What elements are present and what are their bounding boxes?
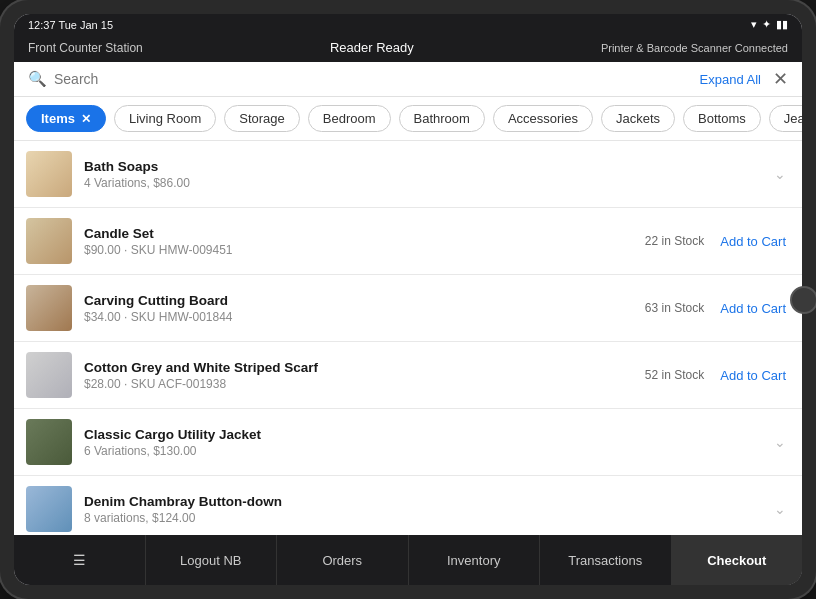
product-item-carving-cutting-board: Carving Cutting Board $34.00 · SKU HMW-0… xyxy=(14,275,802,342)
nav-item-inventory[interactable]: Inventory xyxy=(409,535,541,585)
product-info-cargo-jacket: Classic Cargo Utility Jacket 6 Variation… xyxy=(84,427,758,458)
add-to-cart-carving-cutting-board[interactable]: Add to Cart xyxy=(720,301,786,316)
nav-item-logout[interactable]: Logout NB xyxy=(146,535,278,585)
product-right-bath-soaps: ⌄ xyxy=(770,166,786,182)
filter-tab-bottoms[interactable]: Bottoms xyxy=(683,105,761,132)
product-name-cargo-jacket: Classic Cargo Utility Jacket xyxy=(84,427,758,442)
hamburger-icon: ☰ xyxy=(73,552,86,568)
product-item-bath-soaps[interactable]: Bath Soaps 4 Variations, $86.00 ⌄ xyxy=(14,141,802,208)
tablet-screen: 12:37 Tue Jan 15 ▾ ✦ ▮▮ Front Counter St… xyxy=(14,14,802,585)
bluetooth-icon: ✦ xyxy=(762,18,771,31)
product-item-candle-set: Candle Set $90.00 · SKU HMW-009451 22 in… xyxy=(14,208,802,275)
filter-tab-bottoms-label: Bottoms xyxy=(698,111,746,126)
chevron-down-icon-denim-chambray: ⌄ xyxy=(774,501,786,517)
product-name-denim-chambray: Denim Chambray Button-down xyxy=(84,494,758,509)
filter-tab-accessories[interactable]: Accessories xyxy=(493,105,593,132)
stock-label-scarf: 52 in Stock xyxy=(645,368,704,382)
product-info-denim-chambray: Denim Chambray Button-down 8 variations,… xyxy=(84,494,758,525)
filter-tab-living-room-label: Living Room xyxy=(129,111,201,126)
expand-all-button[interactable]: Expand All xyxy=(700,72,761,87)
wifi-icon: ▾ xyxy=(751,18,757,31)
battery-icon: ▮▮ xyxy=(776,18,788,31)
nav-checkout-label: Checkout xyxy=(707,553,766,568)
search-bar: 🔍 Expand All ✕ xyxy=(14,62,802,97)
product-sub-scarf: $28.00 · SKU ACF-001938 xyxy=(84,377,633,391)
product-sub-carving-cutting-board: $34.00 · SKU HMW-001844 xyxy=(84,310,633,324)
filter-tab-bathroom[interactable]: Bathroom xyxy=(399,105,485,132)
filter-tab-accessories-label: Accessories xyxy=(508,111,578,126)
filter-tabs: Items ✕ Living Room Storage Bedroom Bath… xyxy=(14,97,802,141)
product-right-cargo-jacket: ⌄ xyxy=(770,434,786,450)
product-name-bath-soaps: Bath Soaps xyxy=(84,159,758,174)
product-sub-candle-set: $90.00 · SKU HMW-009451 xyxy=(84,243,633,257)
filter-tab-living-room[interactable]: Living Room xyxy=(114,105,216,132)
product-sub-cargo-jacket: 6 Variations, $130.00 xyxy=(84,444,758,458)
filter-tab-jeans[interactable]: Jeans xyxy=(769,105,802,132)
product-thumb-denim-chambray xyxy=(26,486,72,532)
stock-label-carving-cutting-board: 63 in Stock xyxy=(645,301,704,315)
product-info-bath-soaps: Bath Soaps 4 Variations, $86.00 xyxy=(84,159,758,190)
nav-inventory-label: Inventory xyxy=(447,553,500,568)
product-name-scarf: Cotton Grey and White Striped Scarf xyxy=(84,360,633,375)
product-thumb-scarf xyxy=(26,352,72,398)
product-thumb-cargo-jacket xyxy=(26,419,72,465)
chevron-down-icon-bath-soaps: ⌄ xyxy=(774,166,786,182)
printer-status: Printer & Barcode Scanner Connected xyxy=(601,42,788,54)
nav-item-menu[interactable]: ☰ xyxy=(14,535,146,585)
filter-tab-bathroom-label: Bathroom xyxy=(414,111,470,126)
product-info-candle-set: Candle Set $90.00 · SKU HMW-009451 xyxy=(84,226,633,257)
nav-logout-label: Logout NB xyxy=(180,553,241,568)
filter-tab-bedroom[interactable]: Bedroom xyxy=(308,105,391,132)
product-right-denim-chambray: ⌄ xyxy=(770,501,786,517)
nav-transactions-label: Transactions xyxy=(568,553,642,568)
product-sub-bath-soaps: 4 Variations, $86.00 xyxy=(84,176,758,190)
app-header: Front Counter Station Reader Ready Print… xyxy=(14,35,802,62)
filter-tab-storage-label: Storage xyxy=(239,111,285,126)
product-right-carving-cutting-board: 63 in Stock Add to Cart xyxy=(645,301,786,316)
nav-orders-label: Orders xyxy=(322,553,362,568)
product-right-scarf: 52 in Stock Add to Cart xyxy=(645,368,786,383)
nav-item-transactions[interactable]: Transactions xyxy=(540,535,672,585)
search-bar-actions: Expand All ✕ xyxy=(700,70,788,88)
product-info-scarf: Cotton Grey and White Striped Scarf $28.… xyxy=(84,360,633,391)
product-thumb-bath-soaps xyxy=(26,151,72,197)
product-list: Bath Soaps 4 Variations, $86.00 ⌄ Candle… xyxy=(14,141,802,535)
search-input-wrap: 🔍 xyxy=(28,70,700,88)
product-thumb-carving-cutting-board xyxy=(26,285,72,331)
product-thumb-candle-set xyxy=(26,218,72,264)
product-item-denim-chambray[interactable]: Denim Chambray Button-down 8 variations,… xyxy=(14,476,802,535)
station-label: Front Counter Station xyxy=(28,41,143,55)
filter-tab-bedroom-label: Bedroom xyxy=(323,111,376,126)
add-to-cart-candle-set[interactable]: Add to Cart xyxy=(720,234,786,249)
product-name-candle-set: Candle Set xyxy=(84,226,633,241)
nav-item-checkout[interactable]: Checkout xyxy=(672,535,803,585)
filter-tab-storage[interactable]: Storage xyxy=(224,105,300,132)
home-button[interactable] xyxy=(790,286,816,314)
status-right: ▾ ✦ ▮▮ xyxy=(751,18,788,31)
search-icon: 🔍 xyxy=(28,70,47,88)
product-info-carving-cutting-board: Carving Cutting Board $34.00 · SKU HMW-0… xyxy=(84,293,633,324)
search-input[interactable] xyxy=(54,71,700,87)
product-name-carving-cutting-board: Carving Cutting Board xyxy=(84,293,633,308)
reader-status: Reader Ready xyxy=(330,40,414,55)
product-item-cargo-jacket[interactable]: Classic Cargo Utility Jacket 6 Variation… xyxy=(14,409,802,476)
status-time: 12:37 Tue Jan 15 xyxy=(28,19,113,31)
nav-item-orders[interactable]: Orders xyxy=(277,535,409,585)
filter-tab-jackets-label: Jackets xyxy=(616,111,660,126)
product-item-scarf: Cotton Grey and White Striped Scarf $28.… xyxy=(14,342,802,409)
chevron-down-icon-cargo-jacket: ⌄ xyxy=(774,434,786,450)
close-search-button[interactable]: ✕ xyxy=(773,70,788,88)
bottom-nav: ☰ Logout NB Orders Inventory Transaction… xyxy=(14,535,802,585)
filter-tab-jeans-label: Jeans xyxy=(784,111,802,126)
filter-tab-items-close[interactable]: ✕ xyxy=(81,112,91,126)
filter-tab-items-label: Items xyxy=(41,111,75,126)
stock-label-candle-set: 22 in Stock xyxy=(645,234,704,248)
status-bar: 12:37 Tue Jan 15 ▾ ✦ ▮▮ xyxy=(14,14,802,35)
tablet-frame: 12:37 Tue Jan 15 ▾ ✦ ▮▮ Front Counter St… xyxy=(0,0,816,599)
product-sub-denim-chambray: 8 variations, $124.00 xyxy=(84,511,758,525)
add-to-cart-scarf[interactable]: Add to Cart xyxy=(720,368,786,383)
product-right-candle-set: 22 in Stock Add to Cart xyxy=(645,234,786,249)
filter-tab-items[interactable]: Items ✕ xyxy=(26,105,106,132)
filter-tab-jackets[interactable]: Jackets xyxy=(601,105,675,132)
